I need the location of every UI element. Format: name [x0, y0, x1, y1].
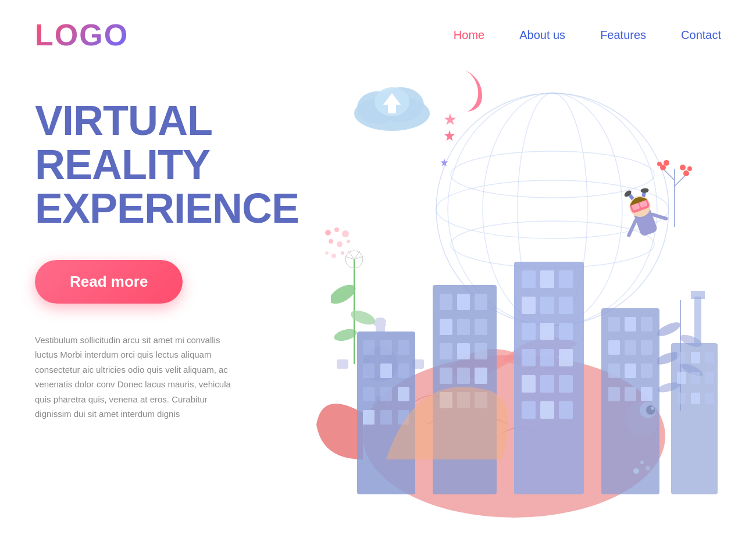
svg-rect-95 [559, 270, 573, 288]
svg-rect-96 [522, 297, 536, 314]
svg-rect-128 [677, 372, 686, 384]
hero-body-text: Vestibulum sollicitudin arcu sit amet mi… [35, 333, 244, 422]
svg-rect-64 [363, 340, 375, 355]
nav-contact[interactable]: Contact [681, 28, 721, 42]
svg-rect-131 [677, 393, 686, 404]
svg-point-148 [640, 461, 644, 464]
hero-illustration [299, 64, 721, 529]
svg-point-139 [640, 188, 649, 193]
svg-rect-88 [475, 368, 487, 384]
svg-rect-123 [641, 387, 652, 401]
svg-rect-112 [608, 317, 620, 332]
nav-about[interactable]: About us [519, 28, 565, 42]
svg-rect-72 [398, 387, 409, 401]
svg-rect-118 [608, 363, 620, 378]
svg-rect-94 [540, 270, 554, 288]
svg-rect-109 [540, 401, 554, 419]
svg-rect-82 [475, 319, 487, 335]
main-scene-illustration [299, 169, 756, 529]
svg-rect-135 [691, 291, 705, 299]
svg-rect-97 [540, 297, 554, 314]
svg-rect-81 [457, 319, 470, 335]
svg-rect-116 [625, 340, 636, 355]
svg-rect-119 [625, 363, 636, 378]
svg-rect-78 [457, 294, 470, 310]
svg-rect-134 [694, 297, 701, 343]
svg-rect-133 [705, 393, 714, 404]
svg-rect-114 [641, 317, 652, 332]
svg-rect-117 [641, 340, 652, 355]
svg-point-50 [657, 162, 662, 166]
svg-rect-84 [457, 343, 470, 359]
svg-rect-77 [440, 294, 452, 310]
svg-rect-108 [522, 401, 536, 419]
svg-rect-71 [380, 387, 392, 401]
svg-rect-70 [363, 387, 375, 401]
svg-rect-130 [705, 372, 714, 384]
svg-rect-80 [440, 319, 452, 335]
cloud-upload-icon [345, 76, 438, 134]
svg-rect-85 [475, 343, 487, 359]
svg-rect-125 [677, 352, 686, 363]
svg-marker-14 [441, 159, 448, 167]
svg-rect-69 [398, 363, 409, 378]
svg-rect-86 [440, 368, 452, 384]
svg-rect-129 [691, 372, 700, 384]
main-nav: Home About us Features Contact [454, 28, 721, 42]
svg-rect-127 [705, 352, 714, 363]
read-more-button[interactable]: Read more [35, 260, 183, 304]
nav-home[interactable]: Home [454, 28, 484, 42]
svg-marker-12 [444, 113, 456, 125]
svg-rect-74 [380, 410, 392, 425]
svg-rect-100 [540, 323, 554, 340]
svg-rect-106 [540, 375, 554, 393]
svg-rect-126 [691, 352, 700, 363]
svg-rect-83 [440, 343, 452, 359]
site-logo: LOGO [35, 17, 129, 52]
svg-rect-110 [559, 401, 573, 419]
svg-point-149 [646, 466, 650, 471]
svg-rect-101 [559, 323, 573, 340]
svg-rect-66 [398, 340, 409, 355]
svg-rect-93 [522, 270, 536, 288]
hero-title: VIRTUAL REALITY EXPERIENCE [35, 99, 299, 231]
svg-point-51 [664, 160, 669, 166]
svg-rect-67 [363, 363, 375, 378]
svg-rect-103 [540, 349, 554, 366]
svg-point-147 [633, 468, 639, 474]
svg-rect-98 [559, 297, 573, 314]
svg-rect-121 [608, 387, 620, 401]
svg-rect-105 [522, 375, 536, 393]
svg-rect-107 [559, 375, 573, 393]
svg-rect-124 [671, 343, 718, 494]
svg-rect-104 [559, 349, 573, 366]
svg-rect-115 [608, 340, 620, 355]
svg-rect-122 [625, 387, 636, 401]
svg-rect-132 [691, 393, 700, 404]
svg-rect-120 [641, 363, 652, 378]
svg-rect-68 [380, 363, 392, 378]
svg-rect-113 [625, 317, 636, 332]
svg-rect-65 [380, 340, 392, 355]
svg-rect-99 [522, 323, 536, 340]
nav-features[interactable]: Features [600, 28, 646, 42]
svg-rect-73 [363, 410, 375, 425]
svg-rect-87 [457, 368, 470, 384]
svg-rect-79 [475, 294, 487, 310]
moon-icon [438, 64, 491, 116]
svg-rect-102 [522, 349, 536, 366]
svg-marker-13 [444, 130, 455, 141]
